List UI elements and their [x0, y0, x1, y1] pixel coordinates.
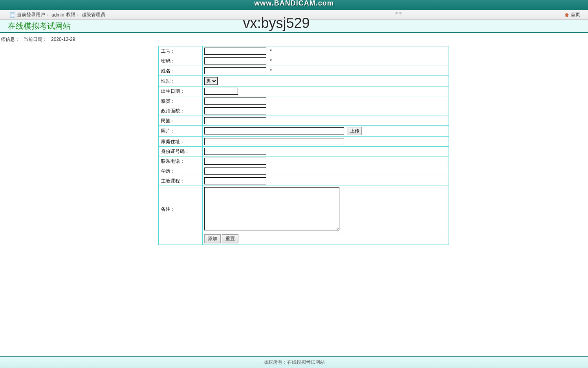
label-address: 家庭住址：: [159, 137, 203, 147]
gender-select[interactable]: 男: [204, 77, 218, 85]
resize-grabber: [396, 12, 407, 14]
form-container: 工号： * 密码： * 姓名： * 性别： 男: [158, 46, 449, 245]
label-hometown: 籍贯：: [159, 96, 203, 106]
reset-button[interactable]: 重置: [222, 234, 238, 243]
label-ethnicity: 民族：: [159, 116, 203, 126]
site-title: 在线模拟考试网站: [8, 21, 71, 31]
copyright-text: 在线模拟考试网站: [287, 359, 325, 366]
label-gender: 性别：: [159, 76, 203, 86]
home-link[interactable]: 首页: [564, 11, 580, 18]
watermark-top: www.BANDICAM.com: [254, 0, 333, 7]
label-idcard: 身份证号码：: [159, 147, 203, 156]
password-input[interactable]: [204, 57, 266, 64]
label-course: 主教课程：: [159, 176, 203, 186]
header-info-bar: 当前登录用户：admin 权限： 超级管理员 首页: [0, 10, 588, 20]
label-politics: 政治面貌：: [159, 106, 203, 116]
add-button[interactable]: 添加: [204, 234, 221, 243]
breadcrumb-date-label: 当前日期：: [24, 37, 47, 42]
name-input[interactable]: [204, 67, 266, 74]
page-icon: [10, 12, 15, 18]
label-remark: 备注：: [159, 186, 203, 233]
label-actions: [159, 233, 203, 245]
remark-textarea[interactable]: [204, 187, 339, 230]
role-label: 权限：: [66, 11, 80, 18]
footer: 版权所有： 在线模拟考试网站: [0, 356, 588, 368]
idcard-input[interactable]: [204, 148, 266, 155]
address-input[interactable]: [204, 138, 344, 145]
course-input[interactable]: [204, 177, 266, 184]
home-icon: [564, 12, 570, 18]
title-bar: 在线模拟考试网站 vx:bysj529: [0, 20, 588, 33]
label-photo: 照片：: [159, 126, 203, 137]
label-name: 姓名：: [159, 66, 203, 76]
form-table: 工号： * 密码： * 姓名： * 性别： 男: [158, 46, 449, 245]
upload-button[interactable]: 上传: [348, 127, 362, 135]
label-education: 学历：: [159, 166, 203, 176]
label-birthdate: 出生日期：: [159, 86, 203, 96]
home-label: 首页: [571, 11, 580, 18]
emp-no-input[interactable]: [204, 48, 266, 55]
ethnicity-input[interactable]: [204, 117, 266, 124]
user-info: 当前登录用户：admin 权限： 超级管理员: [10, 11, 105, 18]
required-mark: *: [270, 68, 272, 74]
hometown-input[interactable]: [204, 98, 266, 105]
required-mark: *: [270, 48, 272, 54]
breadcrumb: 师信息： 当前日期： 2020-12-29: [0, 33, 588, 46]
phone-input[interactable]: [204, 158, 266, 165]
label-phone: 联系电话：: [159, 156, 203, 166]
breadcrumb-date-value: 2020-12-29: [51, 37, 75, 42]
copyright-label: 版权所有：: [264, 359, 287, 366]
label-emp-no: 工号：: [159, 46, 203, 56]
top-bar: www.BANDICAM.com: [0, 0, 588, 10]
required-mark: *: [270, 58, 272, 64]
breadcrumb-section: 师信息：: [1, 37, 20, 42]
education-input[interactable]: [204, 167, 266, 175]
role-value: 超级管理员: [82, 11, 105, 18]
user-label-prefix: 当前登录用户：: [17, 11, 50, 18]
label-password: 密码：: [159, 56, 203, 66]
username: admin: [51, 12, 64, 18]
birthdate-input[interactable]: [204, 88, 238, 95]
photo-path-input[interactable]: [204, 127, 344, 134]
politics-input[interactable]: [204, 107, 266, 114]
